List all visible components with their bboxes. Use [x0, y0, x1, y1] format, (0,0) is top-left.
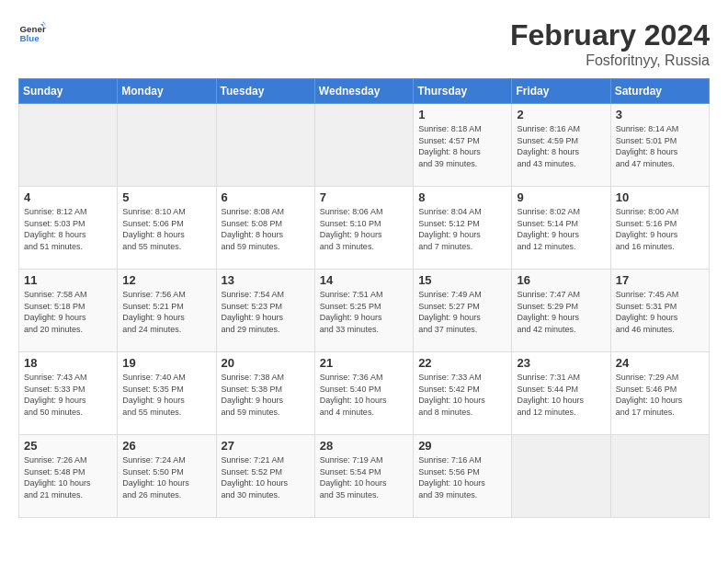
calendar-cell: 11Sunrise: 7:58 AM Sunset: 5:18 PM Dayli… [19, 270, 118, 352]
day-info: Sunrise: 7:49 AM Sunset: 5:27 PM Dayligh… [418, 289, 506, 335]
calendar-cell [118, 104, 216, 187]
calendar-cell: 12Sunrise: 7:56 AM Sunset: 5:21 PM Dayli… [118, 270, 216, 352]
day-info: Sunrise: 7:40 AM Sunset: 5:35 PM Dayligh… [122, 372, 210, 418]
day-info: Sunrise: 7:16 AM Sunset: 5:56 PM Dayligh… [418, 454, 506, 500]
calendar-cell: 3Sunrise: 8:14 AM Sunset: 5:01 PM Daylig… [610, 104, 709, 187]
calendar-cell: 18Sunrise: 7:43 AM Sunset: 5:33 PM Dayli… [19, 352, 118, 435]
day-of-week-header: Thursday [414, 79, 512, 104]
calendar-cell: 14Sunrise: 7:51 AM Sunset: 5:25 PM Dayli… [314, 270, 413, 352]
day-info: Sunrise: 7:43 AM Sunset: 5:33 PM Dayligh… [24, 372, 112, 418]
day-number: 12 [122, 273, 210, 287]
day-number: 3 [616, 108, 704, 121]
day-number: 21 [320, 356, 408, 370]
calendar-cell: 2Sunrise: 8:16 AM Sunset: 4:59 PM Daylig… [512, 104, 610, 187]
day-number: 4 [24, 190, 112, 204]
day-info: Sunrise: 7:38 AM Sunset: 5:38 PM Dayligh… [222, 372, 310, 418]
day-of-week-header: Tuesday [216, 79, 314, 104]
day-number: 19 [122, 356, 210, 370]
calendar-cell: 9Sunrise: 8:02 AM Sunset: 5:14 PM Daylig… [512, 187, 610, 270]
day-of-week-header: Saturday [610, 79, 709, 104]
day-info: Sunrise: 8:10 AM Sunset: 5:06 PM Dayligh… [122, 206, 210, 252]
page-header: General Blue February 2024 Fosforitnyy, … [18, 18, 710, 69]
day-info: Sunrise: 8:16 AM Sunset: 4:59 PM Dayligh… [517, 123, 605, 169]
day-number: 6 [222, 190, 310, 204]
calendar-cell: 15Sunrise: 7:49 AM Sunset: 5:27 PM Dayli… [414, 270, 512, 352]
day-number: 24 [616, 356, 704, 370]
day-number: 27 [222, 439, 310, 453]
day-number: 2 [517, 108, 605, 121]
calendar-cell: 7Sunrise: 8:06 AM Sunset: 5:10 PM Daylig… [314, 187, 413, 270]
day-info: Sunrise: 8:08 AM Sunset: 5:08 PM Dayligh… [222, 206, 310, 252]
day-number: 26 [122, 439, 210, 453]
calendar-cell: 25Sunrise: 7:26 AM Sunset: 5:48 PM Dayli… [19, 435, 118, 518]
day-info: Sunrise: 7:21 AM Sunset: 5:52 PM Dayligh… [222, 454, 310, 500]
day-of-week-header: Sunday [19, 79, 118, 104]
month-year: February 2024 [510, 18, 710, 52]
calendar-cell [512, 435, 610, 518]
calendar-cell: 20Sunrise: 7:38 AM Sunset: 5:38 PM Dayli… [216, 352, 314, 435]
day-number: 22 [418, 356, 506, 370]
calendar-cell: 17Sunrise: 7:45 AM Sunset: 5:31 PM Dayli… [610, 270, 709, 352]
day-info: Sunrise: 7:51 AM Sunset: 5:25 PM Dayligh… [320, 289, 408, 335]
day-number: 25 [24, 439, 112, 453]
day-info: Sunrise: 7:45 AM Sunset: 5:31 PM Dayligh… [616, 289, 704, 335]
day-info: Sunrise: 7:26 AM Sunset: 5:48 PM Dayligh… [24, 454, 112, 500]
day-number: 11 [24, 273, 112, 287]
calendar-cell: 10Sunrise: 8:00 AM Sunset: 5:16 PM Dayli… [610, 187, 709, 270]
calendar-cell: 24Sunrise: 7:29 AM Sunset: 5:46 PM Dayli… [610, 352, 709, 435]
day-info: Sunrise: 7:58 AM Sunset: 5:18 PM Dayligh… [24, 289, 112, 335]
calendar-cell: 13Sunrise: 7:54 AM Sunset: 5:23 PM Dayli… [216, 270, 314, 352]
day-number: 23 [517, 356, 605, 370]
day-info: Sunrise: 8:14 AM Sunset: 5:01 PM Dayligh… [616, 123, 704, 169]
day-number: 28 [320, 439, 408, 453]
calendar-cell: 21Sunrise: 7:36 AM Sunset: 5:40 PM Dayli… [314, 352, 413, 435]
day-number: 9 [517, 190, 605, 204]
day-info: Sunrise: 7:19 AM Sunset: 5:54 PM Dayligh… [320, 454, 408, 500]
day-number: 15 [418, 273, 506, 287]
calendar-cell: 28Sunrise: 7:19 AM Sunset: 5:54 PM Dayli… [314, 435, 413, 518]
day-info: Sunrise: 7:31 AM Sunset: 5:44 PM Dayligh… [517, 372, 605, 418]
title-block: February 2024 Fosforitnyy, Russia [510, 18, 710, 69]
day-info: Sunrise: 8:18 AM Sunset: 4:57 PM Dayligh… [418, 123, 506, 169]
calendar-cell [610, 435, 709, 518]
day-number: 18 [24, 356, 112, 370]
calendar-cell: 1Sunrise: 8:18 AM Sunset: 4:57 PM Daylig… [414, 104, 512, 187]
day-number: 7 [320, 190, 408, 204]
calendar-cell: 26Sunrise: 7:24 AM Sunset: 5:50 PM Dayli… [118, 435, 216, 518]
day-info: Sunrise: 7:36 AM Sunset: 5:40 PM Dayligh… [320, 372, 408, 418]
calendar-cell: 23Sunrise: 7:31 AM Sunset: 5:44 PM Dayli… [512, 352, 610, 435]
calendar-cell: 6Sunrise: 8:08 AM Sunset: 5:08 PM Daylig… [216, 187, 314, 270]
day-info: Sunrise: 8:02 AM Sunset: 5:14 PM Dayligh… [517, 206, 605, 252]
day-info: Sunrise: 7:29 AM Sunset: 5:46 PM Dayligh… [616, 372, 704, 418]
calendar-cell: 5Sunrise: 8:10 AM Sunset: 5:06 PM Daylig… [118, 187, 216, 270]
calendar-cell: 22Sunrise: 7:33 AM Sunset: 5:42 PM Dayli… [414, 352, 512, 435]
location: Fosforitnyy, Russia [510, 52, 710, 69]
day-number: 16 [517, 273, 605, 287]
calendar-cell: 19Sunrise: 7:40 AM Sunset: 5:35 PM Dayli… [118, 352, 216, 435]
calendar-cell [19, 104, 118, 187]
day-info: Sunrise: 8:12 AM Sunset: 5:03 PM Dayligh… [24, 206, 112, 252]
calendar-cell: 8Sunrise: 8:04 AM Sunset: 5:12 PM Daylig… [414, 187, 512, 270]
logo: General Blue [18, 18, 46, 46]
logo-icon: General Blue [18, 18, 46, 46]
day-info: Sunrise: 7:33 AM Sunset: 5:42 PM Dayligh… [418, 372, 506, 418]
calendar-table: SundayMondayTuesdayWednesdayThursdayFrid… [18, 78, 710, 518]
day-info: Sunrise: 7:47 AM Sunset: 5:29 PM Dayligh… [517, 289, 605, 335]
calendar-cell: 27Sunrise: 7:21 AM Sunset: 5:52 PM Dayli… [216, 435, 314, 518]
day-info: Sunrise: 8:06 AM Sunset: 5:10 PM Dayligh… [320, 206, 408, 252]
day-info: Sunrise: 8:00 AM Sunset: 5:16 PM Dayligh… [616, 206, 704, 252]
day-of-week-header: Wednesday [314, 79, 413, 104]
calendar-cell [314, 104, 413, 187]
day-of-week-header: Friday [512, 79, 610, 104]
day-info: Sunrise: 8:04 AM Sunset: 5:12 PM Dayligh… [418, 206, 506, 252]
calendar-cell [216, 104, 314, 187]
day-number: 1 [418, 108, 506, 121]
day-number: 5 [122, 190, 210, 204]
calendar-cell: 29Sunrise: 7:16 AM Sunset: 5:56 PM Dayli… [414, 435, 512, 518]
svg-text:Blue: Blue [20, 33, 40, 43]
day-number: 10 [616, 190, 704, 204]
day-number: 14 [320, 273, 408, 287]
calendar-cell: 4Sunrise: 8:12 AM Sunset: 5:03 PM Daylig… [19, 187, 118, 270]
day-number: 29 [418, 439, 506, 453]
day-number: 20 [222, 356, 310, 370]
